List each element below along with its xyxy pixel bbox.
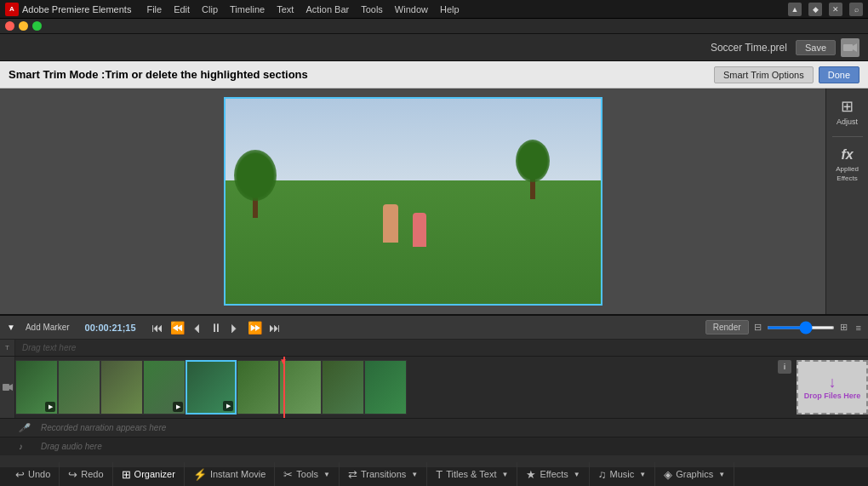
titles-icon: T [436,468,443,481]
transitions-button[interactable]: ⇄ Transitions ▼ [340,462,427,486]
project-name: Soccer Time.prel [711,42,787,54]
clip-thumb-6-inner [237,361,278,414]
step-back-button[interactable]: ⏪ [170,321,185,334]
audio-track-icon: ♪ [19,442,34,451]
instant-movie-icon: ⚡ [193,468,207,481]
organizer-button[interactable]: ⊞ Organizer [113,462,185,486]
play-pause-button[interactable]: ⏸ [210,321,222,334]
effects-button[interactable]: ★ Effects ▼ [517,462,589,486]
menu-timeline[interactable]: Timeline [230,4,265,14]
right-controls: Render ⊟ ⊞ ≡ [705,320,861,334]
header-bar: Soccer Time.prel Save [0,34,868,61]
done-button[interactable]: Done [819,66,859,83]
clip-thumb-9-inner [365,361,406,414]
tools-label: Tools [296,469,318,479]
text-track: T Drag text here [0,340,868,357]
graphics-label: Graphics [676,469,713,479]
video-player2 [413,213,426,247]
undo-label: Undo [28,469,50,479]
app-logo-icon: A [5,3,19,16]
music-label: Music [610,469,635,479]
graphics-icon: ◈ [664,468,672,481]
info-icon[interactable]: i [778,360,791,374]
smart-trim-options-button[interactable]: Smart Trim Options [714,66,814,83]
svg-marker-1 [853,43,857,52]
adjust-label: Adjust [837,117,858,126]
instant-movie-button[interactable]: ⚡ Instant Movie [185,462,275,486]
frame-back-button[interactable]: ⏴ [191,321,203,334]
timeline-zoom-slider[interactable] [767,326,835,329]
undo-button[interactable]: ↩ Undo [7,462,60,486]
search-icon[interactable]: ⌕ [849,3,863,16]
clip-thumb-1[interactable]: ▶ [15,360,58,415]
graphics-chevron: ▼ [718,471,725,478]
drop-zone[interactable]: ↓ Drop Files Here [797,360,868,415]
clip-thumb-3[interactable] [100,360,143,415]
narration-track: 🎤 Recorded narration appears here [0,418,868,437]
menu-tools[interactable]: Tools [361,4,383,14]
trim-bar-right: Smart Trim Options Done [714,66,859,83]
music-icon: ♫ [598,468,607,481]
panel-divider-1 [832,136,863,137]
menu-text[interactable]: Text [277,4,294,14]
trim-title: Smart Trim Mode :Trim or delete the high… [9,68,308,81]
timeline-menu-icon[interactable]: ≡ [856,323,861,333]
text-track-placeholder: Drag text here [15,343,76,352]
close-icon[interactable]: ✕ [829,3,842,16]
save-button[interactable]: Save [796,40,836,55]
frame-forward-button[interactable]: ⏵ [229,321,241,334]
transitions-icon: ⇄ [348,468,357,481]
go-to-end-button[interactable]: ⏭ [269,321,281,334]
timecode-display: 00:00:21;15 [85,323,136,333]
win-close-dot[interactable] [5,21,14,31]
organizer-label: Organizer [134,469,175,479]
graphics-button[interactable]: ◈ Graphics ▼ [655,462,734,486]
window-controls [0,19,868,34]
transitions-chevron: ▼ [411,471,418,478]
clip-thumb-8[interactable] [322,360,364,415]
win-maximize-dot[interactable] [32,21,42,31]
effects-chevron: ▼ [574,471,580,478]
text-track-icon: T [0,340,15,356]
playhead[interactable] [283,357,285,418]
video-track: ▶ ▶ ▶ [0,357,868,418]
tools-button[interactable]: ✂ Tools ▼ [275,462,340,486]
camera-icon [841,38,859,57]
music-button[interactable]: ♫ Music ▼ [590,462,655,486]
drop-arrow-icon: ↓ [829,374,837,392]
resize-icon[interactable]: ◆ [808,3,822,16]
trim-bar: Smart Trim Mode :Trim or delete the high… [0,61,868,89]
redo-button[interactable]: ↪ Redo [60,462,112,486]
fx-icon: fx [830,147,865,163]
applied-effects-button[interactable]: fx AppliedEffects [830,147,865,183]
timeline-zoom-icon: ⊟ [754,322,762,333]
clip-thumb-3-inner [101,361,142,414]
clip-thumb-9[interactable] [364,360,407,415]
render-button[interactable]: Render [705,320,749,334]
tools-chevron: ▼ [323,471,330,478]
clip-thumb-7[interactable] [279,360,322,415]
menu-window[interactable]: Window [395,4,428,14]
adjust-button[interactable]: ⊞ Adjust [830,97,865,126]
minimize-icon[interactable]: ▲ [788,3,802,16]
titles-button[interactable]: T Titles & Text ▼ [427,462,517,486]
go-to-start-button[interactable]: ⏮ [151,321,163,334]
applied-effects-label: AppliedEffects [836,165,859,182]
clip-thumb-1-icon: ▶ [45,402,55,412]
app-name: Adobe Premiere Elements [22,4,131,14]
menu-action-bar[interactable]: Action Bar [306,4,349,14]
menu-clip[interactable]: Clip [202,4,218,14]
menu-help[interactable]: Help [440,4,460,14]
menu-edit[interactable]: Edit [174,4,190,14]
organizer-icon: ⊞ [122,468,131,481]
clip-thumb-2[interactable] [58,360,100,415]
clip-thumb-4[interactable]: ▶ [143,360,186,415]
step-forward-button[interactable]: ⏩ [248,321,262,334]
clip-thumb-5-selected[interactable]: ▶ [186,360,237,415]
menu-file[interactable]: File [146,4,162,14]
redo-label: Redo [81,469,103,479]
clip-thumb-2-inner [59,361,100,414]
win-minimize-dot[interactable] [19,21,28,31]
clip-thumb-6[interactable] [237,360,279,415]
add-marker-label[interactable]: Add Marker [26,323,70,332]
